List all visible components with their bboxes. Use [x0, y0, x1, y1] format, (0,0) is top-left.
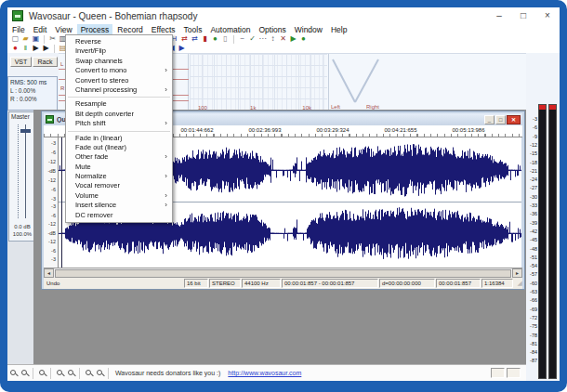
- menu-item-label: Volume: [75, 191, 99, 200]
- osc-right-label: R: [60, 85, 64, 91]
- scroll-left-arrow[interactable]: ◄: [44, 268, 54, 278]
- menu-item-volume[interactable]: Volume›: [66, 191, 172, 201]
- toolbar-separator: [231, 35, 237, 44]
- lock-button[interactable]: ●: [210, 34, 220, 44]
- master-fader-track[interactable]: [25, 124, 26, 218]
- insert-marker-button[interactable]: ▮: [200, 34, 210, 44]
- menu-item-convert-to-mono[interactable]: Convert to mono›: [66, 66, 172, 75]
- meter-db-label: -69: [526, 307, 537, 312]
- meter-db-label: -63: [526, 289, 537, 294]
- meter-db-label: -6: [526, 124, 537, 130]
- menu-item-mute[interactable]: Mute: [66, 163, 172, 172]
- menu-item-reverse[interactable]: Reverse: [66, 37, 172, 46]
- menu-separator: [68, 97, 170, 98]
- menu-item-fade-out-linear-[interactable]: Fade out (linear): [66, 143, 172, 152]
- title-bar: Wavosaur - Queen - Bohemian rhapsody – □…: [7, 7, 560, 24]
- meter-db-label: -21: [526, 168, 537, 174]
- menu-item-label: Channel processing: [75, 85, 137, 94]
- status-field: 00:00:01:857 - 00:00:01:857: [282, 279, 378, 288]
- vst-button[interactable]: VST: [10, 57, 32, 67]
- zoom-100-button[interactable]: [38, 369, 47, 378]
- save-file-button[interactable]: ▣: [31, 34, 41, 44]
- menu-item-convert-to-stereo[interactable]: Convert to stereo: [66, 76, 172, 85]
- menu-item-label: Normalize: [75, 172, 107, 180]
- menu-item-dc-remover[interactable]: DC remover: [66, 211, 172, 220]
- db-scale-label: -6: [51, 248, 56, 254]
- options-dots-button[interactable]: ⋯: [257, 34, 268, 44]
- bottom-status-bar: Wavosaur needs donators like you :) http…: [7, 364, 560, 381]
- cut-button[interactable]: ✂: [47, 34, 58, 44]
- zoom-out-button[interactable]: [20, 369, 30, 378]
- next-button[interactable]: ▶: [177, 44, 187, 53]
- play-from-start-button[interactable]: ▶: [31, 44, 41, 53]
- menu-item-invert-flip[interactable]: Invert/Flip: [66, 46, 172, 56]
- validate-button[interactable]: ✓: [247, 34, 257, 44]
- meter-db-label: -39: [526, 220, 537, 226]
- zoom-fit-button[interactable]: [96, 369, 105, 378]
- resize-grip[interactable]: ◢: [513, 280, 522, 287]
- meter-db-label: -84: [526, 349, 537, 355]
- draw-tool-button[interactable]: ~: [237, 34, 247, 44]
- menu-item-insert-silence[interactable]: Insert silence›: [66, 201, 172, 210]
- db-scale-label: -3: [51, 140, 56, 146]
- lock-2-button[interactable]: ●: [298, 34, 309, 44]
- menu-item-label: Other fade: [75, 152, 108, 161]
- status-field: STEREO: [209, 279, 241, 288]
- document-minimize-button[interactable]: _: [484, 115, 494, 124]
- bottombar-separator: [108, 368, 109, 379]
- menu-item-normalize[interactable]: Normalize›: [66, 172, 172, 181]
- maximize-button[interactable]: □: [511, 8, 535, 23]
- menu-item-channel-processing[interactable]: Channel processing›: [66, 85, 172, 95]
- menu-item-resample[interactable]: Resample: [66, 99, 172, 109]
- open-file-button[interactable]: ▰: [20, 34, 31, 44]
- submenu-arrow-icon: ›: [165, 85, 167, 95]
- scrollbar-thumb[interactable]: [55, 269, 511, 278]
- menu-separator: [68, 131, 170, 132]
- document-close-button[interactable]: ✕: [507, 115, 521, 124]
- db-scale-label: -6: [51, 150, 56, 155]
- menu-item-swap-channels[interactable]: Swap channels: [66, 57, 172, 66]
- new-file-button[interactable]: ▢: [10, 34, 20, 44]
- donation-message: Wavosaur needs donators like you :): [115, 370, 220, 376]
- scroll-right-arrow[interactable]: ►: [512, 268, 522, 278]
- master-fader-handle[interactable]: [20, 129, 31, 133]
- record-button[interactable]: ●: [10, 44, 20, 53]
- pause-button[interactable]: ‖: [20, 44, 31, 53]
- close-button[interactable]: ×: [535, 8, 560, 23]
- meter-db-label: -27: [526, 185, 537, 190]
- submenu-arrow-icon: ›: [165, 119, 167, 128]
- meter-db-label: -24: [526, 176, 537, 182]
- wavosaur-link[interactable]: http://www.wavosaur.com: [228, 370, 301, 376]
- rack-button[interactable]: Rack: [33, 57, 58, 67]
- erase-button[interactable]: ▯: [220, 34, 231, 44]
- db-scale-label: -12: [48, 177, 56, 183]
- menu-item-fade-in-linear-[interactable]: Fade in (linear): [66, 134, 172, 143]
- meter-bar-left: [538, 104, 547, 379]
- swap-channels-red-button[interactable]: ⇄: [179, 34, 190, 44]
- level-meters: -3-6-9-12-15-18-21-24-27-30-33-36-39-42-…: [526, 53, 560, 381]
- app-icon: [12, 10, 23, 21]
- db-scale-label: -dB: [47, 230, 56, 236]
- meter-db-label: -87: [526, 358, 537, 363]
- zoom-vertical-in-button[interactable]: [67, 369, 76, 378]
- zoom-vertical-out-button[interactable]: [85, 369, 94, 378]
- spectrum-analyzer: 100 1k 10k: [190, 54, 327, 111]
- zoom-in-button[interactable]: [9, 369, 19, 378]
- menu-item-bit-depth-converter[interactable]: Bit depth converter: [66, 110, 172, 119]
- status-field: 16 bit: [184, 279, 208, 288]
- document-maximize-button[interactable]: □: [495, 115, 506, 124]
- menu-item-label: Convert to stereo: [75, 76, 129, 85]
- minimize-button[interactable]: –: [487, 8, 511, 23]
- master-db-value: 0.0 dB: [9, 224, 35, 229]
- zoom-selection-button[interactable]: [56, 369, 65, 378]
- menu-item-vocal-remover[interactable]: Vocal remover: [66, 181, 172, 190]
- play-button[interactable]: ▶: [41, 44, 51, 53]
- swap-channels-blue-button[interactable]: ⇄: [190, 34, 200, 44]
- meter-db-label: -36: [526, 211, 537, 216]
- undo-status: Undo: [46, 281, 59, 286]
- play-marker-button[interactable]: ▶: [288, 34, 298, 44]
- close-tool-button[interactable]: ✕: [278, 34, 288, 44]
- fit-vertical-button[interactable]: ↕: [268, 34, 278, 44]
- menu-item-other-fade[interactable]: Other fade›: [66, 152, 172, 162]
- menu-item-pitch-shift[interactable]: Pitch shift›: [66, 119, 172, 128]
